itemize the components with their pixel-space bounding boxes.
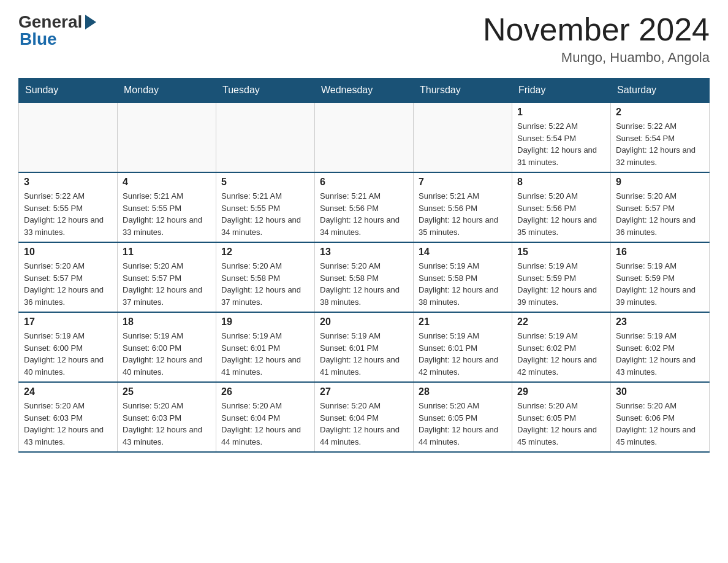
day-number: 12: [221, 247, 309, 258]
calendar-cell: [315, 102, 414, 172]
day-info: Sunrise: 5:22 AMSunset: 5:55 PMDaylight:…: [24, 191, 104, 237]
calendar-week-row: 24 Sunrise: 5:20 AMSunset: 6:03 PMDaylig…: [19, 382, 710, 452]
calendar-cell: 25 Sunrise: 5:20 AMSunset: 6:03 PMDaylig…: [118, 382, 216, 452]
day-info: Sunrise: 5:19 AMSunset: 6:01 PMDaylight:…: [419, 331, 498, 377]
calendar-header-monday: Monday: [118, 79, 216, 103]
day-number: 30: [616, 386, 704, 397]
calendar-cell: 27 Sunrise: 5:20 AMSunset: 6:04 PMDaylig…: [315, 382, 414, 452]
day-number: 4: [123, 177, 211, 188]
location-subtitle: Mungo, Huambo, Angola: [483, 50, 710, 66]
day-info: Sunrise: 5:19 AMSunset: 6:01 PMDaylight:…: [221, 331, 301, 377]
day-number: 25: [123, 386, 211, 397]
day-info: Sunrise: 5:22 AMSunset: 5:54 PMDaylight:…: [517, 121, 597, 167]
calendar-cell: 17 Sunrise: 5:19 AMSunset: 6:00 PMDaylig…: [19, 312, 118, 382]
day-info: Sunrise: 5:21 AMSunset: 5:55 PMDaylight:…: [123, 191, 202, 237]
calendar-cell: [414, 102, 512, 172]
day-number: 18: [123, 316, 211, 327]
calendar-header-tuesday: Tuesday: [216, 79, 315, 103]
calendar-cell: 26 Sunrise: 5:20 AMSunset: 6:04 PMDaylig…: [216, 382, 315, 452]
calendar-cell: [19, 102, 118, 172]
day-info: Sunrise: 5:21 AMSunset: 5:56 PMDaylight:…: [320, 191, 400, 237]
day-number: 10: [24, 247, 112, 258]
logo: General Blue: [18, 12, 99, 49]
day-number: 17: [24, 316, 112, 327]
day-info: Sunrise: 5:21 AMSunset: 5:55 PMDaylight:…: [221, 191, 301, 237]
month-title: November 2024: [483, 12, 710, 47]
day-info: Sunrise: 5:19 AMSunset: 6:01 PMDaylight:…: [320, 331, 400, 377]
day-info: Sunrise: 5:19 AMSunset: 5:58 PMDaylight:…: [419, 261, 498, 307]
calendar-week-row: 1 Sunrise: 5:22 AMSunset: 5:54 PMDayligh…: [19, 102, 710, 172]
day-info: Sunrise: 5:20 AMSunset: 6:03 PMDaylight:…: [123, 401, 202, 446]
day-info: Sunrise: 5:19 AMSunset: 6:00 PMDaylight:…: [24, 331, 104, 377]
day-info: Sunrise: 5:19 AMSunset: 5:59 PMDaylight:…: [517, 261, 597, 307]
day-number: 23: [616, 316, 704, 327]
calendar-cell: 28 Sunrise: 5:20 AMSunset: 6:05 PMDaylig…: [414, 382, 512, 452]
calendar-cell: 21 Sunrise: 5:19 AMSunset: 6:01 PMDaylig…: [414, 312, 512, 382]
day-number: 8: [517, 177, 605, 188]
page-header: General Blue November 2024 Mungo, Huambo…: [18, 12, 710, 66]
day-number: 1: [517, 107, 605, 118]
calendar-cell: [216, 102, 315, 172]
day-number: 15: [517, 247, 605, 258]
title-block: November 2024 Mungo, Huambo, Angola: [483, 12, 710, 66]
calendar-cell: 24 Sunrise: 5:20 AMSunset: 6:03 PMDaylig…: [19, 382, 118, 452]
calendar-header-saturday: Saturday: [611, 79, 710, 103]
day-number: 26: [221, 386, 309, 397]
day-number: 24: [24, 386, 112, 397]
day-number: 9: [616, 177, 704, 188]
day-number: 20: [320, 316, 408, 327]
day-info: Sunrise: 5:19 AMSunset: 6:00 PMDaylight:…: [123, 331, 202, 377]
calendar-cell: 8 Sunrise: 5:20 AMSunset: 5:56 PMDayligh…: [512, 172, 611, 242]
day-number: 16: [616, 247, 704, 258]
calendar-cell: 11 Sunrise: 5:20 AMSunset: 5:57 PMDaylig…: [118, 242, 216, 312]
calendar-cell: 9 Sunrise: 5:20 AMSunset: 5:57 PMDayligh…: [611, 172, 710, 242]
calendar-header-sunday: Sunday: [19, 79, 118, 103]
calendar-cell: 22 Sunrise: 5:19 AMSunset: 6:02 PMDaylig…: [512, 312, 611, 382]
calendar-cell: 2 Sunrise: 5:22 AMSunset: 5:54 PMDayligh…: [611, 102, 710, 172]
day-info: Sunrise: 5:20 AMSunset: 6:04 PMDaylight:…: [221, 401, 301, 446]
calendar-cell: 6 Sunrise: 5:21 AMSunset: 5:56 PMDayligh…: [315, 172, 414, 242]
calendar-cell: 20 Sunrise: 5:19 AMSunset: 6:01 PMDaylig…: [315, 312, 414, 382]
calendar-cell: 16 Sunrise: 5:19 AMSunset: 5:59 PMDaylig…: [611, 242, 710, 312]
day-number: 14: [419, 247, 507, 258]
calendar-week-row: 17 Sunrise: 5:19 AMSunset: 6:00 PMDaylig…: [19, 312, 710, 382]
day-number: 19: [221, 316, 309, 327]
calendar-cell: 15 Sunrise: 5:19 AMSunset: 5:59 PMDaylig…: [512, 242, 611, 312]
calendar-table: SundayMondayTuesdayWednesdayThursdayFrid…: [18, 78, 710, 453]
day-info: Sunrise: 5:20 AMSunset: 6:04 PMDaylight:…: [320, 401, 400, 446]
day-info: Sunrise: 5:20 AMSunset: 6:05 PMDaylight:…: [419, 401, 498, 446]
day-info: Sunrise: 5:20 AMSunset: 6:05 PMDaylight:…: [517, 401, 597, 446]
calendar-cell: 3 Sunrise: 5:22 AMSunset: 5:55 PMDayligh…: [19, 172, 118, 242]
calendar-cell: 4 Sunrise: 5:21 AMSunset: 5:55 PMDayligh…: [118, 172, 216, 242]
day-info: Sunrise: 5:21 AMSunset: 5:56 PMDaylight:…: [419, 191, 498, 237]
day-number: 5: [221, 177, 309, 188]
calendar-week-row: 3 Sunrise: 5:22 AMSunset: 5:55 PMDayligh…: [19, 172, 710, 242]
day-info: Sunrise: 5:20 AMSunset: 6:03 PMDaylight:…: [24, 401, 104, 446]
day-number: 27: [320, 386, 408, 397]
day-number: 22: [517, 316, 605, 327]
calendar-cell: 10 Sunrise: 5:20 AMSunset: 5:57 PMDaylig…: [19, 242, 118, 312]
day-number: 2: [616, 107, 704, 118]
calendar-header-thursday: Thursday: [414, 79, 512, 103]
calendar-cell: 30 Sunrise: 5:20 AMSunset: 6:06 PMDaylig…: [611, 382, 710, 452]
calendar-header-friday: Friday: [512, 79, 611, 103]
day-number: 29: [517, 386, 605, 397]
day-info: Sunrise: 5:20 AMSunset: 5:57 PMDaylight:…: [123, 261, 202, 307]
day-info: Sunrise: 5:20 AMSunset: 5:57 PMDaylight:…: [616, 191, 696, 237]
day-number: 7: [419, 177, 507, 188]
day-info: Sunrise: 5:19 AMSunset: 6:02 PMDaylight:…: [517, 331, 597, 377]
calendar-cell: 13 Sunrise: 5:20 AMSunset: 5:58 PMDaylig…: [315, 242, 414, 312]
day-info: Sunrise: 5:20 AMSunset: 5:58 PMDaylight:…: [221, 261, 301, 307]
logo-triangle-icon: [85, 15, 96, 29]
day-info: Sunrise: 5:22 AMSunset: 5:54 PMDaylight:…: [616, 121, 696, 167]
day-info: Sunrise: 5:20 AMSunset: 5:56 PMDaylight:…: [517, 191, 597, 237]
day-info: Sunrise: 5:19 AMSunset: 6:02 PMDaylight:…: [616, 331, 696, 377]
day-info: Sunrise: 5:20 AMSunset: 5:58 PMDaylight:…: [320, 261, 400, 307]
day-info: Sunrise: 5:19 AMSunset: 5:59 PMDaylight:…: [616, 261, 696, 307]
day-number: 13: [320, 247, 408, 258]
calendar-cell: 23 Sunrise: 5:19 AMSunset: 6:02 PMDaylig…: [611, 312, 710, 382]
calendar-cell: 18 Sunrise: 5:19 AMSunset: 6:00 PMDaylig…: [118, 312, 216, 382]
calendar-header-wednesday: Wednesday: [315, 79, 414, 103]
calendar-header-row: SundayMondayTuesdayWednesdayThursdayFrid…: [19, 79, 710, 103]
calendar-week-row: 10 Sunrise: 5:20 AMSunset: 5:57 PMDaylig…: [19, 242, 710, 312]
